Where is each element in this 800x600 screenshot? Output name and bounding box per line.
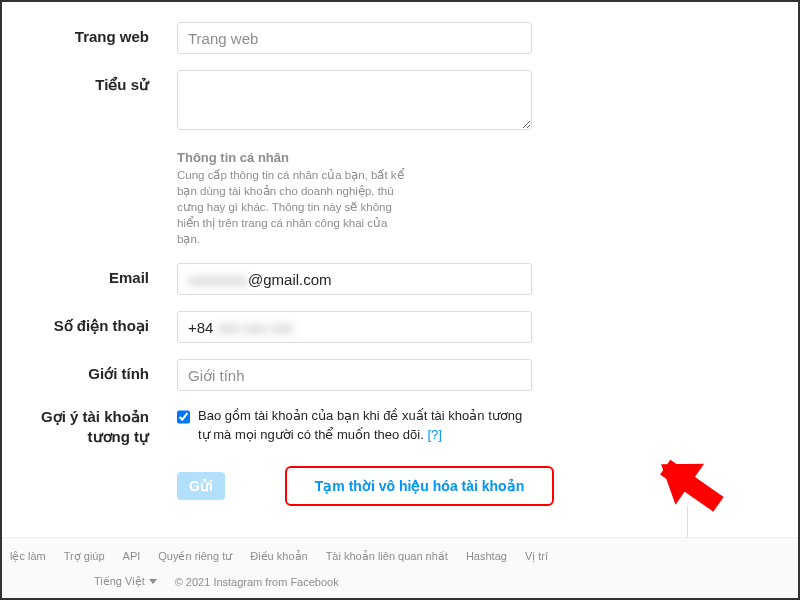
footer: lệc làm Trợ giúp API Quyền riêng tư Điều… xyxy=(2,537,798,598)
help-link[interactable]: [?] xyxy=(427,427,441,442)
email-label: Email xyxy=(2,263,177,286)
bio-textarea[interactable] xyxy=(177,70,532,130)
arrow-annotation xyxy=(648,450,748,530)
language-selector[interactable]: Tiếng Việt xyxy=(94,575,157,588)
footer-links: lệc làm Trợ giúp API Quyền riêng tư Điều… xyxy=(10,550,790,563)
suggestion-checkbox-label: Bao gồm tài khoản của bạn khi đề xuất tà… xyxy=(198,407,532,443)
website-input[interactable] xyxy=(177,22,532,54)
phone-input[interactable]: +84 xxx xxx xxx xyxy=(177,311,532,343)
footer-link[interactable]: API xyxy=(123,550,141,563)
personal-info-header: Thông tin cá nhân xyxy=(177,150,412,165)
footer-link[interactable]: Quyền riêng tư xyxy=(158,550,232,563)
footer-link[interactable]: Vị trí xyxy=(525,550,548,563)
suggestion-checkbox[interactable] xyxy=(177,410,190,424)
phone-label: Số điện thoại xyxy=(2,311,177,335)
chevron-down-icon xyxy=(149,579,157,584)
deactivate-account-link[interactable]: Tạm thời vô hiệu hóa tài khoản xyxy=(285,466,554,506)
submit-button[interactable]: Gửi xyxy=(177,472,225,500)
personal-info-description: Cung cấp thông tin cá nhân của bạn, bất … xyxy=(177,167,412,247)
bio-label: Tiểu sử xyxy=(2,70,177,94)
footer-link[interactable]: Hashtag xyxy=(466,550,507,563)
footer-link[interactable]: Điều khoản xyxy=(250,550,307,563)
email-input[interactable]: xxxxxxxx@gmail.com xyxy=(177,263,532,295)
footer-link[interactable]: Tài khoản liên quan nhất xyxy=(326,550,448,563)
edit-profile-form: Trang web Tiểu sử Thông tin cá nhân Cung… xyxy=(2,2,798,506)
footer-link[interactable]: Trợ giúp xyxy=(64,550,105,563)
gender-input[interactable] xyxy=(177,359,532,391)
footer-link[interactable]: lệc làm xyxy=(10,550,46,563)
suggestion-label: Gợi ý tài khoản tương tự xyxy=(2,407,177,446)
copyright-text: © 2021 Instagram from Facebook xyxy=(175,576,339,588)
website-label: Trang web xyxy=(2,22,177,45)
gender-label: Giới tính xyxy=(2,359,177,383)
